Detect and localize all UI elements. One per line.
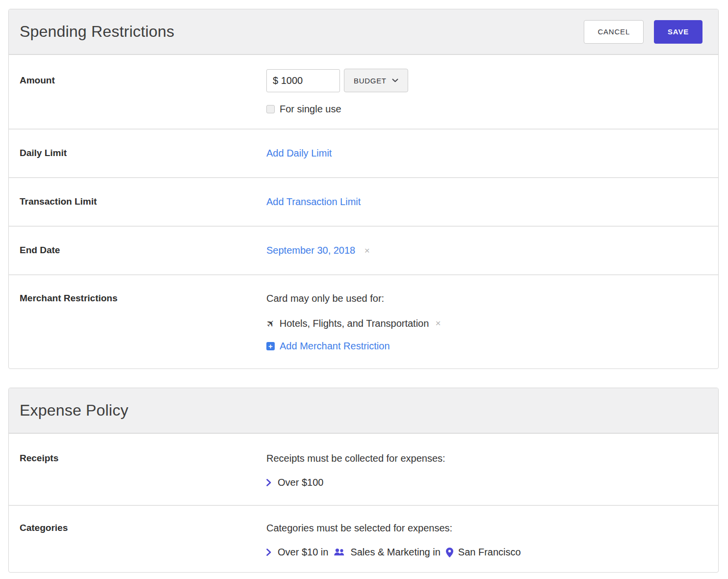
expense-policy-title: Expense Policy <box>20 401 129 420</box>
spending-restrictions-title: Spending Restrictions <box>20 23 174 41</box>
add-merchant-restriction[interactable]: + Add Merchant Restriction <box>266 341 706 352</box>
daily-limit-label: Daily Limit <box>20 147 266 177</box>
single-use-option[interactable]: For single use <box>266 104 706 115</box>
team-icon <box>334 549 345 556</box>
merchant-restriction-text: Hotels, Flights, and Transportation <box>280 318 429 329</box>
add-transaction-limit-link[interactable]: Add Transaction Limit <box>266 196 361 207</box>
categories-label: Categories <box>20 523 266 572</box>
transaction-limit-row: Transaction Limit Add Transaction Limit <box>9 178 718 227</box>
remove-end-date-icon[interactable]: × <box>364 245 370 256</box>
add-daily-limit-link[interactable]: Add Daily Limit <box>266 148 332 158</box>
remove-merchant-restriction-icon[interactable]: × <box>435 318 441 329</box>
chevron-right-icon <box>266 549 271 556</box>
categories-rule-location: San Francisco <box>458 547 521 558</box>
budget-dropdown[interactable]: BUDGET <box>344 69 408 92</box>
daily-limit-row: Daily Limit Add Daily Limit <box>9 130 718 178</box>
transaction-limit-label: Transaction Limit <box>20 196 266 226</box>
single-use-checkbox[interactable] <box>266 105 275 113</box>
spending-restrictions-card: Spending Restrictions CANCEL SAVE Amount… <box>8 9 719 369</box>
merchant-restrictions-label: Merchant Restrictions <box>20 293 266 368</box>
budget-dropdown-label: BUDGET <box>354 77 387 85</box>
spending-restrictions-header: Spending Restrictions CANCEL SAVE <box>9 9 718 55</box>
amount-row: Amount BUDGET For single use <box>9 55 718 130</box>
receipts-rule-text: Over $100 <box>278 477 323 488</box>
receipts-rule[interactable]: Over $100 <box>266 477 706 488</box>
categories-description: Categories must be selected for expenses… <box>266 523 706 534</box>
end-date-value-link[interactable]: September 30, 2018 <box>266 245 355 256</box>
expense-policy-card: Expense Policy Receipts Receipts must be… <box>8 388 719 573</box>
amount-label: Amount <box>20 69 266 129</box>
cancel-button[interactable]: CANCEL <box>584 20 644 44</box>
categories-rule-team: Sales & Marketing in <box>350 547 440 558</box>
merchant-restrictions-row: Merchant Restrictions Card may only be u… <box>9 275 718 368</box>
plus-square-icon[interactable]: + <box>266 342 275 350</box>
location-pin-icon <box>446 548 453 557</box>
header-actions: CANCEL SAVE <box>584 20 702 44</box>
receipts-description: Receipts must be collected for expenses: <box>266 453 706 464</box>
expense-policy-header: Expense Policy <box>9 388 718 434</box>
receipts-label: Receipts <box>20 453 266 505</box>
save-button[interactable]: SAVE <box>654 20 702 44</box>
add-merchant-restriction-link[interactable]: Add Merchant Restriction <box>280 341 390 352</box>
end-date-row: End Date September 30, 2018 × <box>9 227 718 275</box>
categories-rule[interactable]: Over $10 in Sales & Marketing in <box>266 547 706 558</box>
merchant-restrictions-description: Card may only be used for: <box>266 293 706 304</box>
categories-row: Categories Categories must be selected f… <box>9 506 718 572</box>
receipts-row: Receipts Receipts must be collected for … <box>9 434 718 506</box>
chevron-down-icon <box>392 79 398 82</box>
categories-rule-amount: Over $10 in <box>278 547 328 558</box>
merchant-restriction-item: ✈ Hotels, Flights, and Transportation × <box>266 317 706 329</box>
amount-input[interactable] <box>266 69 340 92</box>
single-use-label: For single use <box>280 104 341 115</box>
end-date-label: End Date <box>20 244 266 274</box>
chevron-right-icon <box>266 479 271 486</box>
